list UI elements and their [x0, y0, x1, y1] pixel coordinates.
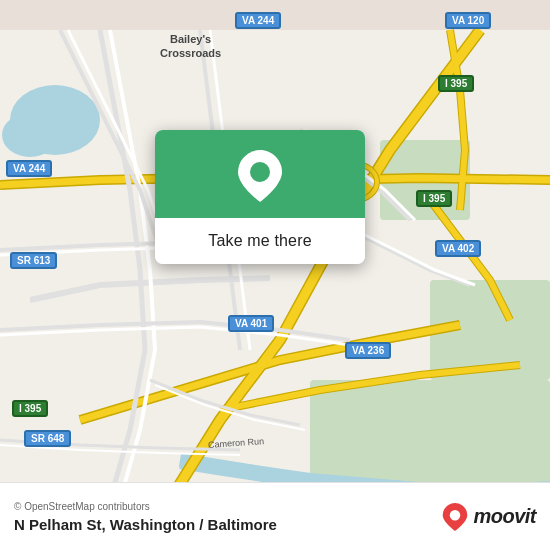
map-pin-icon — [236, 152, 284, 200]
moovit-brand-text: moovit — [473, 505, 536, 528]
shield-va401: VA 401 — [228, 315, 274, 332]
shield-i395-top: I 395 — [438, 75, 474, 92]
shield-va244-top: VA 244 — [235, 12, 281, 29]
bottom-left: © OpenStreetMap contributors N Pelham St… — [14, 501, 277, 533]
map-container: VA 244 VA 120 I 395 VA 244 I 395 SR 613 … — [0, 0, 550, 550]
shield-va244-left: VA 244 — [6, 160, 52, 177]
location-label: N Pelham St, Washington / Baltimore — [14, 516, 277, 533]
moovit-logo: moovit — [441, 503, 536, 531]
moovit-pin-icon — [441, 503, 469, 531]
shield-i395-bot: I 395 — [12, 400, 48, 417]
take-me-there-button[interactable]: Take me there — [155, 218, 365, 264]
shield-va236: VA 236 — [345, 342, 391, 359]
svg-point-2 — [2, 113, 58, 157]
shield-i395-mid: I 395 — [416, 190, 452, 207]
map-popup: Take me there — [155, 130, 365, 264]
popup-green-header — [155, 130, 365, 218]
osm-attribution: © OpenStreetMap contributors — [14, 501, 277, 512]
svg-point-8 — [250, 162, 270, 182]
label-baileys: Bailey'sCrossroads — [160, 32, 221, 61]
svg-point-9 — [450, 510, 461, 521]
shield-va120: VA 120 — [445, 12, 491, 29]
shield-va402: VA 402 — [435, 240, 481, 257]
shield-sr613: SR 613 — [10, 252, 57, 269]
bottom-bar: © OpenStreetMap contributors N Pelham St… — [0, 482, 550, 550]
shield-sr648: SR 648 — [24, 430, 71, 447]
